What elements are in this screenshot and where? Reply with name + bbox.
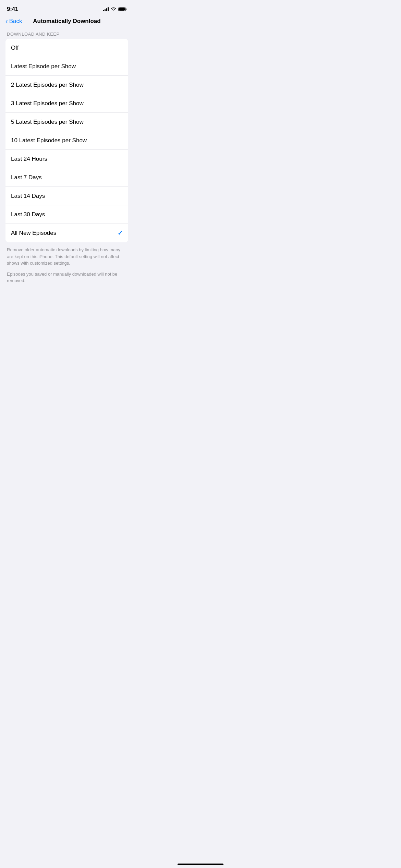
svg-rect-1 bbox=[126, 9, 126, 10]
list-item-off-label: Off bbox=[11, 45, 19, 51]
wifi-icon bbox=[111, 7, 116, 11]
battery-icon bbox=[118, 7, 127, 11]
list-item-all-new[interactable]: All New Episodes ✓ bbox=[5, 224, 128, 242]
list-item-last-14d-label: Last 14 Days bbox=[11, 193, 45, 200]
list-item-last-7d[interactable]: Last 7 Days bbox=[5, 168, 128, 187]
status-bar: 9:41 bbox=[0, 0, 134, 16]
status-time: 9:41 bbox=[7, 6, 18, 13]
list-item-latest-1[interactable]: Latest Episode per Show bbox=[5, 57, 128, 76]
back-button[interactable]: ‹ Back bbox=[5, 17, 22, 25]
list-item-last-7d-label: Last 7 Days bbox=[11, 174, 42, 181]
nav-bar: ‹ Back Automatically Download bbox=[0, 16, 134, 29]
list-item-latest-5[interactable]: 5 Latest Episodes per Show bbox=[5, 113, 128, 131]
list-item-latest-3-label: 3 Latest Episodes per Show bbox=[11, 100, 84, 107]
nav-title: Automatically Download bbox=[33, 18, 100, 25]
svg-rect-2 bbox=[119, 8, 125, 11]
list-item-latest-10[interactable]: 10 Latest Episodes per Show bbox=[5, 131, 128, 150]
back-chevron-icon: ‹ bbox=[5, 17, 8, 25]
checkmark-icon: ✓ bbox=[118, 229, 123, 237]
list-item-all-new-label: All New Episodes bbox=[11, 230, 56, 237]
list-item-off[interactable]: Off bbox=[5, 39, 128, 57]
list-item-last-24h-label: Last 24 Hours bbox=[11, 156, 47, 162]
list-item-latest-3[interactable]: 3 Latest Episodes per Show bbox=[5, 94, 128, 113]
list-item-latest-1-label: Latest Episode per Show bbox=[11, 63, 76, 70]
footer-text-2: Episodes you saved or manually downloade… bbox=[0, 267, 134, 284]
section-label: DOWNLOAD AND KEEP bbox=[0, 29, 134, 39]
list-item-last-30d-label: Last 30 Days bbox=[11, 211, 45, 218]
list-item-latest-2[interactable]: 2 Latest Episodes per Show bbox=[5, 76, 128, 94]
list-item-last-24h[interactable]: Last 24 Hours bbox=[5, 150, 128, 168]
list-item-latest-5-label: 5 Latest Episodes per Show bbox=[11, 119, 84, 125]
footer-text-1: Remove older automatic downloads by limi… bbox=[0, 242, 134, 267]
list-item-last-14d[interactable]: Last 14 Days bbox=[5, 187, 128, 205]
back-label: Back bbox=[9, 18, 22, 25]
list-item-latest-2-label: 2 Latest Episodes per Show bbox=[11, 82, 84, 88]
list-item-last-30d[interactable]: Last 30 Days bbox=[5, 205, 128, 224]
list-item-latest-10-label: 10 Latest Episodes per Show bbox=[11, 137, 87, 144]
download-keep-list: Off Latest Episode per Show 2 Latest Epi… bbox=[5, 39, 128, 242]
status-icons bbox=[103, 7, 127, 11]
signal-icon bbox=[103, 7, 109, 11]
